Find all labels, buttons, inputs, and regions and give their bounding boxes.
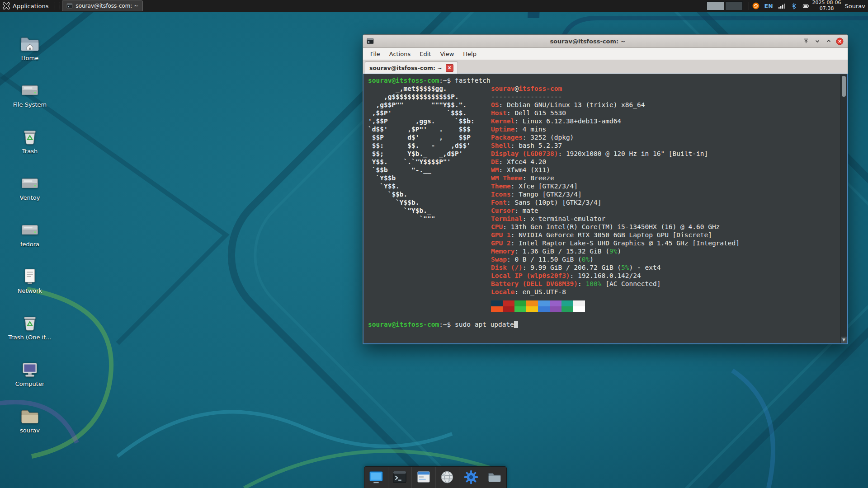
menu-view[interactable]: View <box>435 49 458 59</box>
folder-icon <box>19 406 41 427</box>
fastfetch-label: GPU 2 <box>491 239 511 247</box>
terminal-icon <box>392 473 407 487</box>
maximize-button[interactable] <box>824 37 833 46</box>
fastfetch-label: Shell <box>491 142 511 149</box>
palette-swatch <box>514 300 526 306</box>
folder-home-icon <box>19 33 41 54</box>
fastfetch-line: Kernel: Linux 6.12.38+deb13-amd64 <box>491 117 841 125</box>
close-button[interactable] <box>835 37 844 46</box>
tasklist-grip[interactable] <box>55 2 60 9</box>
menu-help[interactable]: Help <box>458 49 481 59</box>
desktop-icon-trash-one-it[interactable]: Trash (One it... <box>6 313 53 341</box>
desktop-icon-home[interactable]: Home <box>6 33 53 62</box>
window-titlebar[interactable]: sourav@itsfoss-com: ~ <box>363 35 848 48</box>
fastfetch-title-host: itsfoss-com <box>519 85 562 92</box>
desktop-icon-computer[interactable]: Computer <box>6 359 53 388</box>
dock-show-desktop-button[interactable] <box>364 467 388 488</box>
taskbar-window-label: sourav@itsfoss-com: ~ <box>75 3 138 9</box>
fastfetch-label: Packages <box>491 134 523 141</box>
desktop-icon-network[interactable]: Network <box>6 266 53 295</box>
palette-swatch <box>526 306 538 312</box>
fastfetch-line: CPU: 13th Gen Intel(R) Core(TM) i5-13450… <box>491 223 841 231</box>
fastfetch-line: Packages: 3252 (dpkg) <box>491 133 841 141</box>
scrollbar[interactable]: ▼ <box>840 75 847 343</box>
menu-edit[interactable]: Edit <box>415 49 435 59</box>
drive-icon <box>19 220 41 240</box>
window-terminal-icon <box>367 38 374 45</box>
prompt-tail: :~$ <box>439 77 455 84</box>
terminal-color-palette <box>491 300 841 312</box>
applications-menu-label: Applications <box>13 3 48 9</box>
dock-browser-button[interactable] <box>436 467 460 488</box>
keyboard-layout-indicator[interactable]: EN <box>764 3 773 9</box>
desktop-icon-trash[interactable]: Trash <box>6 127 53 155</box>
fastfetch-label: Kernel <box>491 117 514 125</box>
palette-swatch <box>526 300 538 306</box>
terminal-content[interactable]: sourav@itsfoss-com:~$ fastfetch _,met$$$… <box>363 74 848 344</box>
network-signal-icon[interactable] <box>778 2 785 9</box>
palette-swatch <box>491 300 503 306</box>
file-manager-icon <box>487 473 502 487</box>
dock-settings-button[interactable] <box>459 467 483 488</box>
scrollbar-thumb[interactable] <box>842 76 846 97</box>
drive-icon <box>19 80 41 101</box>
fastfetch-line: WM Theme: Breeze <box>491 174 841 182</box>
fastfetch-line: DE: Xfce4 4.20 <box>491 158 841 166</box>
desktop-icon-sourav[interactable]: sourav <box>6 406 53 434</box>
palette-swatch <box>538 306 550 312</box>
fastfetch-title-user: sourav <box>491 85 514 92</box>
desktop-icon-label: sourav <box>6 427 53 434</box>
fastfetch-line: Swap: 0 B / 11.50 GiB (0%) <box>491 255 841 263</box>
fastfetch-label: Local IP (wlp0s20f3) <box>491 272 570 279</box>
fastfetch-line: Memory: 1.36 GiB / 15.32 GiB (9%) <box>491 247 841 255</box>
fastfetch-title: sourav@itsfoss-com <box>491 84 841 93</box>
palette-swatch <box>573 300 585 306</box>
system-tray: EN <box>752 2 810 9</box>
fastfetch-label: DE <box>491 158 499 165</box>
fastfetch-line: OS: Debian GNU/Linux 13 (trixie) x86_64 <box>491 101 841 109</box>
fastfetch-line: Display (LGD0738): 868x488 @ 120 Hz in… <box>491 150 841 158</box>
desktop-icon-ventoy[interactable]: Ventoy <box>6 173 53 202</box>
palette-swatch <box>561 306 573 312</box>
taskbar-window-button[interactable]: sourav@itsfoss-com: ~ <box>62 0 143 11</box>
fastfetch-line: Shell: bash 5.2.37 <box>491 141 841 150</box>
fastfetch-label: Battery (DELL DVG8M39) <box>491 280 578 287</box>
bluetooth-icon[interactable] <box>790 2 797 9</box>
panel-user-menu[interactable]: Sourav <box>845 3 865 9</box>
terminal-command-line-1: sourav@itsfoss-com:~$ fastfetch <box>368 76 841 84</box>
workspace-switcher[interactable] <box>707 1 743 10</box>
desktop-icon-file-system[interactable]: File System <box>6 80 53 108</box>
prompt-tail: :~$ <box>439 321 455 328</box>
updates-icon[interactable] <box>752 2 760 9</box>
tab-close-button[interactable]: x <box>446 64 453 72</box>
menu-actions[interactable]: Actions <box>385 49 415 59</box>
settings-icon <box>463 473 479 487</box>
fastfetch-label: Icons <box>491 191 511 198</box>
panel-clock[interactable]: 2025-08-06 07:38 <box>812 0 841 12</box>
workspace-2[interactable] <box>725 1 743 10</box>
menu-file[interactable]: File <box>366 49 385 59</box>
rollup-button[interactable] <box>802 37 810 46</box>
battery-icon[interactable] <box>802 2 810 9</box>
network-icon <box>19 266 41 287</box>
palette-swatch <box>550 306 561 312</box>
applications-menu-button[interactable]: Applications <box>0 0 53 12</box>
fastfetch-label: WM Theme <box>491 174 523 182</box>
fastfetch-label: GPU 1 <box>491 231 511 239</box>
palette-swatch <box>561 300 573 306</box>
terminal-window: sourav@itsfoss-com: ~ FileActionsEditVie… <box>363 34 848 344</box>
fastfetch-label: Locale <box>491 288 514 296</box>
fastfetch-label: CPU <box>491 223 503 230</box>
fastfetch-line: Local IP (wlp0s20f3): 192.168.0.142/24 <box>491 272 841 280</box>
fastfetch-line: WM: Xfwm4 (X11) <box>491 166 841 174</box>
dock-terminal-button[interactable] <box>388 467 412 488</box>
scrollbar-down-arrow[interactable]: ▼ <box>841 337 847 343</box>
fastfetch-output: _,met$$$$$gg. ,g$$$$$$$$$$$$$$$P. ,g$$P"… <box>368 84 841 312</box>
terminal-tab[interactable]: sourav@itsfoss-com: ~ x <box>365 61 458 74</box>
dock-file-manager-button[interactable] <box>483 467 507 488</box>
workspace-1[interactable] <box>707 1 724 10</box>
fastfetch-line: Disk (/): 9.99 GiB / 206.72 GiB (5%) - e… <box>491 263 841 272</box>
minimize-button[interactable] <box>813 37 821 46</box>
dock-window-button[interactable] <box>412 467 436 488</box>
desktop-icon-fedora[interactable]: fedora <box>6 220 53 248</box>
